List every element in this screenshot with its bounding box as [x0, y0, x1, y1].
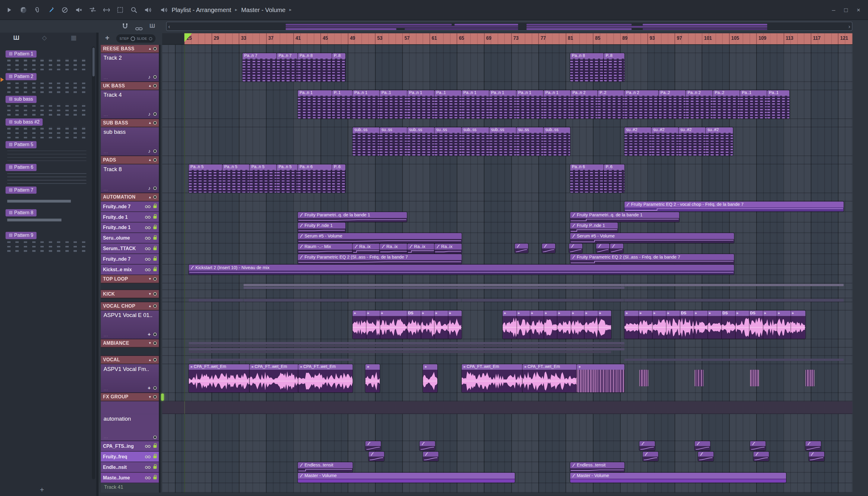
- pattern-clip[interactable]: sub..ss: [544, 127, 570, 155]
- pattern-clip[interactable]: Pa..n 5: [189, 165, 222, 193]
- pattern-clip[interactable]: Pa..1: [768, 90, 789, 119]
- automation-clip[interactable]: [809, 452, 824, 461]
- track-group-uk-bass[interactable]: UK BASS▲: [100, 82, 159, 90]
- link-nodes-icon[interactable]: [145, 247, 150, 250]
- lock-icon[interactable]: [153, 455, 157, 458]
- automation-clip[interactable]: [642, 452, 658, 461]
- slide-link-icon[interactable]: [135, 24, 143, 34]
- pattern-clip[interactable]: P..2: [598, 90, 624, 119]
- pattern-item[interactable]: ▤Pattern 5: [0, 137, 91, 160]
- step-slide-toggle[interactable]: STEP SLIDE: [117, 34, 156, 43]
- automation-clip[interactable]: [515, 244, 528, 253]
- collapse-arrow-icon[interactable]: ▲: [148, 84, 152, 88]
- automation-clip[interactable]: [610, 244, 623, 253]
- fl-logo-icon[interactable]: [19, 6, 27, 14]
- timeline-ruler[interactable]: 2529333741454953576165697377818589939710…: [162, 33, 852, 45]
- collapsed-clip-strip[interactable]: [624, 284, 843, 286]
- automation-clip[interactable]: Fruity P..nde 1: [298, 222, 345, 232]
- preview-tool-icon[interactable]: [144, 6, 152, 14]
- lock-icon[interactable]: [153, 477, 157, 479]
- pattern-label[interactable]: ▤Pattern 6: [5, 164, 36, 171]
- mute-led[interactable]: [153, 277, 157, 281]
- automation-clip[interactable]: Serum #5 - Volume: [570, 233, 734, 243]
- add-pattern-button[interactable]: +: [40, 485, 44, 494]
- pattern-clip[interactable]: sub..ss: [353, 127, 380, 155]
- audio-clip[interactable]: »: [423, 364, 437, 393]
- link-nodes-icon[interactable]: [145, 477, 150, 479]
- pattern-clip[interactable]: P..1: [332, 90, 353, 119]
- pattern-label[interactable]: ▤Pattern 1: [5, 50, 36, 58]
- pattern-clip[interactable]: su..ss: [435, 127, 462, 155]
- automation-track-fruity-de-1[interactable]: Fruity..de 1: [100, 212, 159, 222]
- collapse-arrow-icon[interactable]: ▼: [148, 341, 152, 345]
- audio-bit-clip[interactable]: [805, 370, 814, 386]
- pattern-clip[interactable]: su..ss: [380, 127, 407, 155]
- link-nodes-icon[interactable]: [145, 258, 150, 260]
- lock-icon[interactable]: [153, 215, 157, 218]
- automation-track-fruity-nde-7[interactable]: Fruity..nde 7: [100, 254, 159, 265]
- pan-cross-icon[interactable]: +: [148, 385, 151, 390]
- paint-tool-icon[interactable]: [47, 6, 55, 14]
- automation-clip[interactable]: Fruity Parametric EQ 2 - vocal chop - Fr…: [624, 202, 843, 212]
- scroll-right-icon[interactable]: ›: [848, 22, 850, 30]
- audio-clip[interactable]: »CPA_FT..wet_Em: [298, 364, 353, 393]
- audio-clip[interactable]: »»»»DS»»DS»DS»»»: [624, 310, 806, 339]
- audio-clip[interactable]: »CPA_FT..wet_Em: [250, 364, 298, 393]
- pattern-clip[interactable]: su..ss: [516, 127, 544, 155]
- mute-led[interactable]: [153, 333, 157, 336]
- mute-led[interactable]: [153, 158, 157, 161]
- pattern-clip[interactable]: su..#2: [679, 127, 706, 155]
- link-nodes-icon[interactable]: [145, 215, 150, 218]
- mute-led[interactable]: [153, 121, 157, 124]
- audio-clip[interactable]: »CPA_FT..wet_Em: [462, 364, 523, 393]
- automation-track-fruity-freq[interactable]: Fruity..freq: [100, 452, 159, 462]
- pattern-scrollbar-thumb[interactable]: [93, 48, 95, 77]
- collapse-arrow-icon[interactable]: ▲: [148, 195, 152, 199]
- audio-clip[interactable]: »»»»»»»»: [503, 310, 611, 339]
- automation-clip[interactable]: Fruity P..nde 1: [570, 222, 618, 232]
- pattern-label[interactable]: ▤Pattern 9: [5, 232, 36, 239]
- link-nodes-icon[interactable]: [145, 226, 150, 229]
- automation-clip[interactable]: Fruity Parametri..q. de la bande 1: [570, 212, 679, 222]
- collapsed-clip-strip[interactable]: [189, 359, 353, 361]
- add-track-button[interactable]: +: [105, 34, 109, 42]
- pattern-label[interactable]: ▤sub bass #2: [5, 119, 43, 126]
- automation-clip[interactable]: Serum #5 - Volume: [298, 233, 462, 243]
- pattern-item[interactable]: ▤Pattern 1: [0, 46, 91, 69]
- lock-icon[interactable]: [153, 466, 157, 469]
- track-group-sub-bass[interactable]: SUB BASS▲: [100, 119, 159, 127]
- zoom-tool-icon[interactable]: [130, 6, 138, 14]
- automation-clip[interactable]: Endless..tensit: [298, 462, 353, 472]
- track-sub-bass[interactable]: sub bass⋯♪: [100, 127, 159, 156]
- pattern-clip[interactable]: Pa..n 1: [353, 90, 380, 119]
- pattern-item[interactable]: ▤Pattern 8: [0, 205, 91, 228]
- collapsed-clip-strip[interactable]: [244, 299, 461, 301]
- mute-led[interactable]: [153, 112, 157, 116]
- audio-bit-clip[interactable]: [750, 370, 759, 386]
- pattern-clip[interactable]: Pa..n 8: [298, 53, 332, 81]
- track-group-top-loop[interactable]: TOP LOOP▼: [100, 275, 159, 283]
- note-icon[interactable]: ♪: [148, 111, 150, 117]
- pattern-clip[interactable]: Pa..n 5: [277, 165, 298, 193]
- audio-clip[interactable]: »»»DS»»»: [353, 310, 462, 339]
- pattern-clip[interactable]: sub..ss: [462, 127, 490, 155]
- automation-track-seru-olume[interactable]: Seru..olume: [100, 233, 159, 244]
- automation-track-endle-nsit[interactable]: Endle..nsit: [100, 462, 159, 473]
- automation-clip[interactable]: Endless..tensit: [570, 462, 624, 472]
- pattern-clip[interactable]: Pa..n 1: [407, 90, 435, 119]
- automation-clip[interactable]: Ra..ix: [435, 244, 462, 253]
- automation-track-fruity-nde-7[interactable]: Fruity..nde 7: [100, 202, 159, 212]
- automation-clip[interactable]: Ra..ix: [353, 244, 380, 253]
- pattern-grid-icon[interactable]: Ш: [13, 34, 19, 41]
- track-group-fx-group[interactable]: FX GROUP▼: [100, 393, 159, 401]
- pattern-clip[interactable]: Pa..n 6: [298, 165, 332, 193]
- automation-track-fruity-nde-1[interactable]: Fruity..nde 1: [100, 222, 159, 233]
- pattern-clip[interactable]: Pa..n 5: [250, 165, 277, 193]
- automation-clip[interactable]: Fruity Parametric EQ 2 (Sl..ass - Fréq. …: [298, 254, 462, 264]
- pattern-item[interactable]: ▤Pattern 2: [0, 69, 91, 92]
- scroll-left-icon[interactable]: ‹: [168, 22, 170, 30]
- collapse-arrow-icon[interactable]: ▼: [148, 395, 152, 398]
- pattern-clip[interactable]: Pa..n 5: [222, 165, 250, 193]
- automation-clip[interactable]: Fruity Parametri..q. de la bande 1: [298, 212, 407, 222]
- pattern-clip[interactable]: su..#2: [706, 127, 733, 155]
